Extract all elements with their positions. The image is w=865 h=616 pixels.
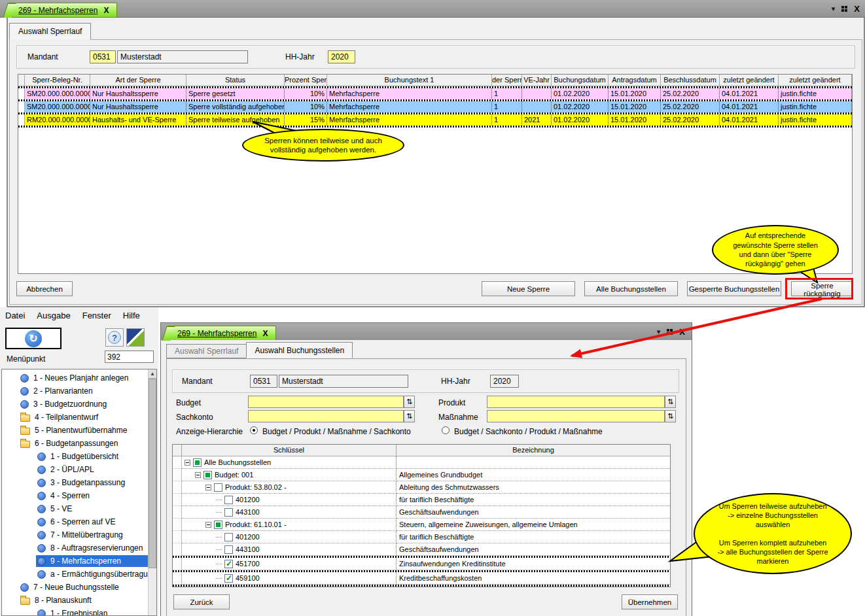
sidebar-item[interactable]: 6 - Sperren auf VE <box>2 515 148 528</box>
sidebar-item[interactable]: 9 - Mehrfachsperren <box>2 555 148 568</box>
sidebar-item[interactable]: 2 - Planvarianten <box>2 385 148 398</box>
sidebar-item[interactable]: 5 - Planentwurfübernahme <box>2 424 148 437</box>
sidebar-item[interactable]: 1 - Ergebnisplan <box>2 607 148 616</box>
column-header[interactable]: Bezeichnung <box>397 445 670 456</box>
collapse-icon[interactable] <box>205 485 211 490</box>
column-header[interactable]: Schlüssel <box>182 445 397 456</box>
sidebar-item[interactable]: 8 - Planauskunft <box>2 594 148 607</box>
sperre-rueckgaengig-button[interactable]: Sperre rückgängig <box>791 281 853 296</box>
menu-item-fenster[interactable]: Fenster <box>77 311 117 320</box>
table-row[interactable]: SM20.000.000.000047Nur HaushaltssperreSp… <box>18 101 852 112</box>
budget-input[interactable] <box>248 396 404 408</box>
menu-item-datei[interactable]: Datei <box>5 311 31 320</box>
hierarchie-radio-1[interactable] <box>250 426 258 434</box>
sidebar-item[interactable]: a - Ermächtigungsübertragung <box>2 568 148 581</box>
tab-close-icon[interactable]: X <box>103 6 109 15</box>
sidebar-item[interactable]: 3 - Budgetzuordnung <box>2 398 148 411</box>
column-header[interactable]: zuletzt geändert <box>779 75 852 86</box>
abbrechen-button[interactable]: Abbrechen <box>16 281 73 296</box>
budget-spinner-icon[interactable]: ⇅ <box>404 396 415 408</box>
scroll-up-icon[interactable]: ▲ <box>149 369 156 379</box>
menu-item-ausgabe[interactable]: Ausgabe <box>31 311 76 320</box>
zurueck-button[interactable]: Zurück <box>173 594 230 609</box>
checkbox-partial[interactable] <box>193 458 202 467</box>
tree-table-row[interactable]: 451700Zinsaufwendungen Kreditinstitute <box>173 558 670 570</box>
sidebar-item[interactable]: 1 - Neues Planjahr anlegen <box>2 371 148 385</box>
tab-auswahl-sperrlauf[interactable]: Auswahl Sperrlauf <box>9 23 91 40</box>
column-header[interactable]: Art der Sperre <box>90 75 186 86</box>
column-header[interactable]: der Sperr <box>492 75 522 86</box>
checkbox-partial[interactable] <box>203 471 212 479</box>
uebernehmen-button[interactable]: Übernehmen <box>622 594 678 609</box>
sidebar-item[interactable]: 7 - Neue Buchungsstelle <box>2 581 148 594</box>
refresh-button[interactable]: ↻ <box>5 328 62 349</box>
collapse-icon[interactable]: ▾ <box>832 5 836 12</box>
column-header[interactable]: Buchungsdatum <box>552 75 609 86</box>
collapse-icon[interactable] <box>205 522 211 528</box>
massnahme-spinner-icon[interactable]: ⇅ <box>665 410 676 422</box>
restore-grid-icon[interactable] <box>841 6 847 12</box>
produkt-spinner-icon[interactable]: ⇅ <box>665 396 676 408</box>
collapse-icon[interactable] <box>185 460 190 466</box>
gesperrte-buchungsstellen-button[interactable]: Gesperrte Buchungsstellen <box>687 281 781 296</box>
tree-table-row[interactable]: 443100Geschäftsaufwendungen <box>173 543 670 556</box>
column-header[interactable]: Status <box>186 75 285 86</box>
app-logo-icon[interactable] <box>126 328 145 347</box>
checkbox-checked[interactable] <box>224 560 233 568</box>
alle-buchungsstellen-button[interactable]: Alle Buchungsstellen <box>584 281 678 296</box>
mandant-code-field[interactable]: 0531 <box>90 50 116 63</box>
close-icon[interactable]: X <box>679 328 685 336</box>
column-header[interactable]: Prozent Sperren <box>285 75 327 86</box>
collapse-icon[interactable]: ▾ <box>657 328 661 335</box>
sidebar-item[interactable]: 7 - Mittelübertragung <box>2 528 148 541</box>
top-doc-tab[interactable]: 269 - Mehrfachsperren X <box>9 3 117 17</box>
hh-jahr-field[interactable]: 2020 <box>328 50 355 63</box>
collapse-icon[interactable] <box>195 472 201 478</box>
neue-sperre-button[interactable]: Neue Sperre <box>482 281 575 296</box>
menupunkt-input[interactable] <box>105 351 154 363</box>
close-icon[interactable]: X <box>854 5 860 13</box>
column-header[interactable]: zuletzt geändert <box>720 75 779 86</box>
hierarchie-option-1[interactable]: Budget / Produkt / Maßnahme / Sachkonto <box>262 427 411 436</box>
help-button[interactable]: ? <box>105 328 124 347</box>
tree-table-row[interactable]: Alle Buchungsstellen <box>173 456 670 469</box>
produkt-input[interactable] <box>487 396 665 408</box>
doc-tab[interactable]: 269 - Mehrfachsperren X <box>168 326 276 340</box>
hierarchie-option-2[interactable]: Budget / Sachkonto / Produkt / Maßnahme <box>454 427 603 436</box>
tab-close-icon[interactable]: X <box>262 329 268 338</box>
tab-auswahl-buchungsstellen[interactable]: Auswahl Buchungsstellen <box>246 342 353 358</box>
sidebar-item[interactable]: 3 - Budgetanpassung <box>2 476 148 489</box>
tree-table-row[interactable]: Produkt: 61.10.01 -Steuern, allgemeine Z… <box>173 519 670 531</box>
tree-table-row[interactable]: Budget: 001Allgemeines Grundbudget <box>173 469 670 481</box>
checkbox-empty[interactable] <box>224 508 233 517</box>
tree-table-row[interactable]: 443100Geschäftsaufwendungen <box>173 506 670 519</box>
checkbox-empty[interactable] <box>224 545 233 554</box>
checkbox-empty[interactable] <box>224 496 233 504</box>
sidebar-item[interactable]: 8 - Auftragsreservierungen <box>2 541 148 555</box>
column-header[interactable]: Buchungstext 1 <box>327 75 492 86</box>
sidebar-item[interactable]: 5 - VE <box>2 502 148 515</box>
sidebar-item[interactable]: 6 - Budgetanpassungen <box>2 437 148 450</box>
checkbox-empty[interactable] <box>214 483 222 492</box>
sachkonto-input[interactable] <box>248 410 404 422</box>
restore-grid-icon[interactable] <box>667 329 673 335</box>
sachkonto-spinner-icon[interactable]: ⇅ <box>404 410 415 422</box>
sidebar-item[interactable]: 2 - ÜPL/APL <box>2 463 148 476</box>
checkbox-checked[interactable] <box>224 574 233 583</box>
tree-table-row[interactable]: 459100Kreditbeschaffungskosten <box>173 572 670 585</box>
tree-scrollbar[interactable]: ▲ <box>148 369 156 615</box>
hierarchie-radio-2[interactable] <box>442 426 450 434</box>
table-row[interactable]: RM20.000.000.000045Haushalts- und VE-Spe… <box>18 114 852 126</box>
massnahme-input[interactable] <box>487 410 665 422</box>
scroll-thumb[interactable] <box>149 379 156 568</box>
checkbox-empty[interactable] <box>224 533 233 541</box>
tree-table-row[interactable]: Produkt: 53.80.02 -Ableitung des Schmutz… <box>173 481 670 494</box>
sidebar-item[interactable]: 4 - Sperren <box>2 489 148 502</box>
menu-item-hilfe[interactable]: Hilfe <box>117 311 146 320</box>
column-header[interactable]: Antragsdatum <box>609 75 661 86</box>
sidebar-item[interactable]: 1 - Budgetübersicht <box>2 450 148 463</box>
tab-auswahl-sperrlauf[interactable]: Auswahl Sperrlauf <box>166 344 246 358</box>
tree-table-row[interactable]: 401200für tariflich Beschäftigte <box>173 531 670 543</box>
sidebar-item[interactable]: 4 - Teilplanentwurf <box>2 411 148 424</box>
column-header[interactable]: Beschlussdatum <box>661 75 720 86</box>
